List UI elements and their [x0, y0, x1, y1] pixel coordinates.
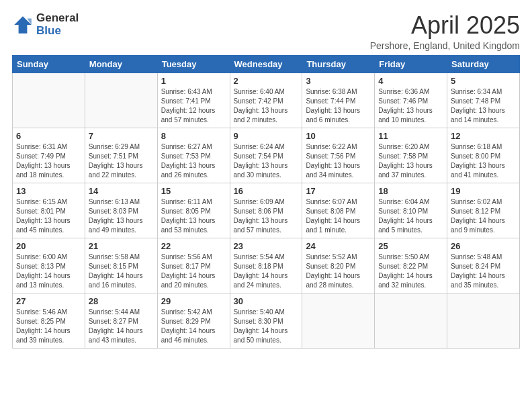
- calendar-cell: [375, 293, 447, 348]
- col-wednesday: Wednesday: [230, 55, 302, 73]
- header: General Blue April 2025 Pershore, Englan…: [12, 12, 520, 51]
- day-number: 22: [161, 241, 226, 251]
- day-info: Sunrise: 6:20 AM Sunset: 7:58 PM Dayligh…: [378, 142, 443, 180]
- calendar-cell: 6Sunrise: 6:31 AM Sunset: 7:49 PM Daylig…: [13, 128, 85, 183]
- day-info: Sunrise: 5:40 AM Sunset: 8:30 PM Dayligh…: [234, 308, 299, 345]
- day-number: 9: [234, 131, 299, 141]
- day-info: Sunrise: 6:38 AM Sunset: 7:44 PM Dayligh…: [306, 87, 371, 125]
- day-info: Sunrise: 6:07 AM Sunset: 8:08 PM Dayligh…: [306, 197, 371, 235]
- calendar-week-row: 27Sunrise: 5:46 AM Sunset: 8:25 PM Dayli…: [13, 293, 520, 348]
- calendar-cell: 28Sunrise: 5:44 AM Sunset: 8:27 PM Dayli…: [85, 293, 157, 348]
- day-info: Sunrise: 6:40 AM Sunset: 7:42 PM Dayligh…: [234, 87, 299, 125]
- day-number: 2: [234, 76, 299, 86]
- day-number: 16: [234, 186, 299, 196]
- calendar-cell: [85, 73, 157, 128]
- day-number: 15: [161, 186, 226, 196]
- calendar-cell: [13, 73, 85, 128]
- day-info: Sunrise: 5:46 AM Sunset: 8:25 PM Dayligh…: [16, 308, 81, 345]
- calendar-cell: 21Sunrise: 5:58 AM Sunset: 8:15 PM Dayli…: [85, 238, 157, 293]
- main-title: April 2025: [370, 12, 520, 39]
- logo-general-text: General: [36, 12, 79, 25]
- day-number: 18: [378, 186, 443, 196]
- day-number: 27: [16, 296, 81, 306]
- title-block: April 2025 Pershore, England, United Kin…: [370, 12, 520, 51]
- calendar-cell: 27Sunrise: 5:46 AM Sunset: 8:25 PM Dayli…: [13, 293, 85, 348]
- calendar-cell: 1Sunrise: 6:43 AM Sunset: 7:41 PM Daylig…: [157, 73, 230, 128]
- col-saturday: Saturday: [447, 55, 520, 73]
- day-number: 25: [378, 241, 443, 251]
- calendar-cell: 11Sunrise: 6:20 AM Sunset: 7:58 PM Dayli…: [375, 128, 447, 183]
- calendar-week-row: 6Sunrise: 6:31 AM Sunset: 7:49 PM Daylig…: [13, 128, 520, 183]
- day-info: Sunrise: 5:48 AM Sunset: 8:24 PM Dayligh…: [451, 253, 516, 290]
- calendar-cell: 25Sunrise: 5:50 AM Sunset: 8:22 PM Dayli…: [375, 238, 447, 293]
- day-number: 21: [89, 241, 154, 251]
- day-info: Sunrise: 6:43 AM Sunset: 7:41 PM Dayligh…: [161, 87, 226, 125]
- day-number: 6: [16, 131, 81, 141]
- day-number: 28: [89, 296, 154, 306]
- day-info: Sunrise: 6:31 AM Sunset: 7:49 PM Dayligh…: [16, 142, 81, 180]
- day-info: Sunrise: 6:11 AM Sunset: 8:05 PM Dayligh…: [161, 197, 226, 235]
- day-number: 4: [378, 76, 443, 86]
- day-number: 13: [16, 186, 81, 196]
- calendar-week-row: 20Sunrise: 6:00 AM Sunset: 8:13 PM Dayli…: [13, 238, 520, 293]
- calendar-cell: 26Sunrise: 5:48 AM Sunset: 8:24 PM Dayli…: [447, 238, 520, 293]
- day-info: Sunrise: 6:15 AM Sunset: 8:01 PM Dayligh…: [16, 197, 81, 235]
- calendar-cell: 19Sunrise: 6:02 AM Sunset: 8:12 PM Dayli…: [447, 183, 520, 238]
- subtitle: Pershore, England, United Kingdom: [370, 40, 520, 51]
- col-friday: Friday: [375, 55, 447, 73]
- day-number: 11: [378, 131, 443, 141]
- day-info: Sunrise: 6:36 AM Sunset: 7:46 PM Dayligh…: [378, 87, 443, 125]
- calendar-cell: 2Sunrise: 6:40 AM Sunset: 7:42 PM Daylig…: [230, 73, 302, 128]
- day-number: 1: [161, 76, 226, 86]
- calendar: Sunday Monday Tuesday Wednesday Thursday…: [12, 55, 520, 349]
- day-info: Sunrise: 6:24 AM Sunset: 7:54 PM Dayligh…: [234, 142, 299, 180]
- page: General Blue April 2025 Pershore, Englan…: [0, 0, 532, 411]
- day-number: 7: [89, 131, 154, 141]
- calendar-cell: 14Sunrise: 6:13 AM Sunset: 8:03 PM Dayli…: [85, 183, 157, 238]
- calendar-cell: [447, 293, 520, 348]
- calendar-cell: 16Sunrise: 6:09 AM Sunset: 8:06 PM Dayli…: [230, 183, 302, 238]
- col-thursday: Thursday: [302, 55, 375, 73]
- calendar-cell: 13Sunrise: 6:15 AM Sunset: 8:01 PM Dayli…: [13, 183, 85, 238]
- day-number: 29: [161, 296, 226, 306]
- day-info: Sunrise: 6:22 AM Sunset: 7:56 PM Dayligh…: [306, 142, 371, 180]
- day-info: Sunrise: 6:00 AM Sunset: 8:13 PM Dayligh…: [16, 253, 81, 290]
- calendar-cell: 23Sunrise: 5:54 AM Sunset: 8:18 PM Dayli…: [230, 238, 302, 293]
- col-sunday: Sunday: [13, 55, 85, 73]
- day-info: Sunrise: 6:02 AM Sunset: 8:12 PM Dayligh…: [451, 197, 516, 235]
- day-number: 19: [451, 186, 516, 196]
- calendar-cell: 20Sunrise: 6:00 AM Sunset: 8:13 PM Dayli…: [13, 238, 85, 293]
- calendar-header-row: Sunday Monday Tuesday Wednesday Thursday…: [13, 55, 520, 73]
- day-info: Sunrise: 5:42 AM Sunset: 8:29 PM Dayligh…: [161, 308, 226, 345]
- day-number: 23: [234, 241, 299, 251]
- calendar-cell: 12Sunrise: 6:18 AM Sunset: 8:00 PM Dayli…: [447, 128, 520, 183]
- day-number: 17: [306, 186, 371, 196]
- calendar-cell: 24Sunrise: 5:52 AM Sunset: 8:20 PM Dayli…: [302, 238, 375, 293]
- calendar-cell: 10Sunrise: 6:22 AM Sunset: 7:56 PM Dayli…: [302, 128, 375, 183]
- day-info: Sunrise: 5:52 AM Sunset: 8:20 PM Dayligh…: [306, 253, 371, 290]
- calendar-cell: 7Sunrise: 6:29 AM Sunset: 7:51 PM Daylig…: [85, 128, 157, 183]
- logo-blue-text: Blue: [36, 25, 79, 38]
- day-info: Sunrise: 5:54 AM Sunset: 8:18 PM Dayligh…: [234, 253, 299, 290]
- day-number: 26: [451, 241, 516, 251]
- calendar-cell: 5Sunrise: 6:34 AM Sunset: 7:48 PM Daylig…: [447, 73, 520, 128]
- day-number: 24: [306, 241, 371, 251]
- calendar-cell: 30Sunrise: 5:40 AM Sunset: 8:30 PM Dayli…: [230, 293, 302, 348]
- day-number: 20: [16, 241, 81, 251]
- day-info: Sunrise: 6:13 AM Sunset: 8:03 PM Dayligh…: [89, 197, 154, 235]
- col-tuesday: Tuesday: [157, 55, 230, 73]
- calendar-cell: 15Sunrise: 6:11 AM Sunset: 8:05 PM Dayli…: [157, 183, 230, 238]
- calendar-cell: 17Sunrise: 6:07 AM Sunset: 8:08 PM Dayli…: [302, 183, 375, 238]
- day-info: Sunrise: 6:18 AM Sunset: 8:00 PM Dayligh…: [451, 142, 516, 180]
- day-info: Sunrise: 5:58 AM Sunset: 8:15 PM Dayligh…: [89, 253, 154, 290]
- day-info: Sunrise: 6:34 AM Sunset: 7:48 PM Dayligh…: [451, 87, 516, 125]
- day-info: Sunrise: 6:04 AM Sunset: 8:10 PM Dayligh…: [378, 197, 443, 235]
- day-info: Sunrise: 6:27 AM Sunset: 7:53 PM Dayligh…: [161, 142, 226, 180]
- day-number: 10: [306, 131, 371, 141]
- day-number: 8: [161, 131, 226, 141]
- calendar-cell: 22Sunrise: 5:56 AM Sunset: 8:17 PM Dayli…: [157, 238, 230, 293]
- calendar-cell: [302, 293, 375, 348]
- calendar-week-row: 1Sunrise: 6:43 AM Sunset: 7:41 PM Daylig…: [13, 73, 520, 128]
- day-number: 3: [306, 76, 371, 86]
- day-number: 14: [89, 186, 154, 196]
